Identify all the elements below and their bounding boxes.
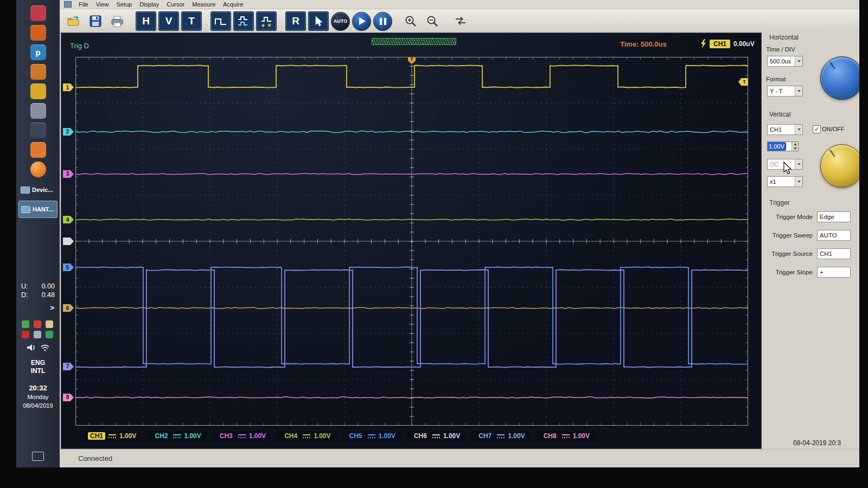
trigger-panel-button[interactable]: T [181,11,202,31]
save-button[interactable] [86,12,105,30]
language-indicator[interactable]: ENG INTL [31,359,46,375]
channel-badge-label: CH3 [218,432,235,440]
menu-acquire[interactable]: Acquire [219,1,247,8]
tray-icon-3[interactable] [46,320,53,328]
auto-setup-button[interactable]: AUTO [331,12,350,31]
oscilloscope-app-window: FileViewSetupDisplayCursorMeasureAcquire… [60,0,859,467]
taskbar-clock[interactable]: 20:32 Monday 08/04/2019 [23,384,53,410]
time-div-select[interactable]: 500.0us [767,56,803,67]
connection-status: Connected [78,454,112,463]
tray-icon-4[interactable] [22,331,29,338]
spinner-up-icon[interactable] [792,142,798,146]
format-select[interactable]: Y - T [767,86,803,97]
menu-view[interactable]: View [92,1,113,8]
trigger-row-value[interactable]: + [817,267,851,278]
print-button[interactable] [107,12,127,30]
trigger-status-label: Trig D [70,42,89,50]
pulse-display-button[interactable] [210,11,231,31]
dc-coupling-icon [238,434,246,439]
language-line2: INTL [31,367,46,375]
trigger-section-title: Trigger [769,199,790,207]
chevron-down-icon [795,159,802,169]
channel-badge-ch4[interactable]: CH41.00V [277,431,335,441]
trigger-source-badge[interactable]: CH1 [710,40,730,48]
tray-icon-2[interactable] [34,320,41,328]
save-icon [89,15,102,28]
channel-marker-ch6[interactable]: 6 [63,304,74,312]
speaker-icon[interactable] [26,343,36,355]
channel-badge-ch8[interactable]: CH81.00V [537,431,595,441]
channel-badge-ch2[interactable]: CH21.00V [148,431,206,441]
volts-per-div-input[interactable]: 1.00V [767,142,799,151]
app-blue-p-icon[interactable]: p [30,44,46,60]
taskbar: p Devic...HANT... U: 0.00 D: 0.48 > ENG … [16,0,60,467]
channel-badge-label: CH6 [412,432,429,440]
channel-badge-ch5[interactable]: CH51.00V [342,431,400,441]
math-waveform-button[interactable] [256,11,277,31]
channel-marker-ch5[interactable]: 5 [63,264,74,271]
channel-marker-ch4[interactable]: 4 [63,216,74,223]
trigger-row-value[interactable]: AUTO [817,230,851,241]
spinner-down-icon[interactable] [792,146,798,151]
channel-marker-ch3[interactable]: 3 [63,170,74,178]
probe-select[interactable]: x1 [767,176,803,187]
app-gray-tool-icon[interactable] [30,103,46,119]
tray-icon-1[interactable] [22,320,29,328]
channel-badge-ch3[interactable]: CH31.00V [213,431,271,441]
taskbar-window-devic[interactable]: Devic... [18,181,58,198]
app-dark-media-icon[interactable] [30,123,46,138]
menu-cursor[interactable]: Cursor [163,1,188,8]
menu-display[interactable]: Display [136,1,163,8]
channel-badge-ch6[interactable]: CH61.00V [407,431,465,441]
channel-select[interactable]: CH1 [767,124,803,135]
spinner-control[interactable] [792,142,798,151]
channel-marker-ch1[interactable]: 1 [63,84,74,91]
horizontal-knob[interactable] [820,56,859,100]
open-button[interactable] [64,12,84,30]
channel-badge-label: CH8 [541,432,559,440]
vertical-knob[interactable] [820,144,859,188]
multi-channel-display-button[interactable] [233,11,254,31]
show-desktop-button[interactable] [32,452,44,461]
app-orange-gear-icon[interactable] [30,25,46,41]
trigger-lightning-icon [700,39,706,48]
tray-expand-arrow[interactable]: > [50,304,54,312]
app-orange-box-icon[interactable] [30,64,46,80]
channel-marker-ch2[interactable]: 2 [63,128,74,136]
trigger-row-value[interactable]: Edge [817,211,851,222]
pause-icon [384,18,386,25]
tray-icon-6[interactable] [46,331,53,338]
network-icon[interactable] [40,343,50,355]
cursor-measure-button[interactable] [308,11,329,31]
channel-select-value: CH1 [770,126,782,133]
vertical-panel-button[interactable]: V [158,11,179,31]
horizontal-position-indicator[interactable] [372,38,456,45]
record-button[interactable]: R [285,11,306,31]
channel-onoff-checkbox[interactable]: ✓ [813,125,821,133]
app-orange-gem-icon[interactable] [30,142,46,158]
channel-marker-ch7[interactable]: 7 [63,363,74,370]
channel-badge-ch1[interactable]: CH11.00V [83,431,141,441]
trigger-row-4: Trigger Slope+ [764,267,859,278]
waveform-display[interactable] [75,57,748,426]
menu-file[interactable]: File [75,1,92,8]
taskbar-window-hant[interactable]: HANT... [18,201,58,218]
tray-icons [22,320,55,338]
menu-measure[interactable]: Measure [188,1,219,8]
firefox-icon[interactable] [30,162,46,177]
menu-setup[interactable]: Setup [112,1,136,8]
refresh-button[interactable] [451,12,470,30]
run-button[interactable] [352,12,371,31]
zoom-out-button[interactable] [423,12,442,30]
channel-marker-ch8[interactable]: 8 [63,394,74,401]
channel-badge-ch7[interactable]: CH71.00V [471,431,529,441]
zoom-in-button[interactable] [401,12,420,30]
tray-icon-5[interactable] [34,331,41,338]
app-red-icon[interactable] [30,5,46,21]
chevron-down-icon [795,125,802,134]
pause-button[interactable] [373,12,392,31]
file-explorer-icon[interactable] [30,84,46,99]
horizontal-panel-button[interactable]: H [136,11,156,31]
trigger-row-value[interactable]: CH1 [817,248,851,259]
channel-marker-center[interactable] [63,237,74,245]
